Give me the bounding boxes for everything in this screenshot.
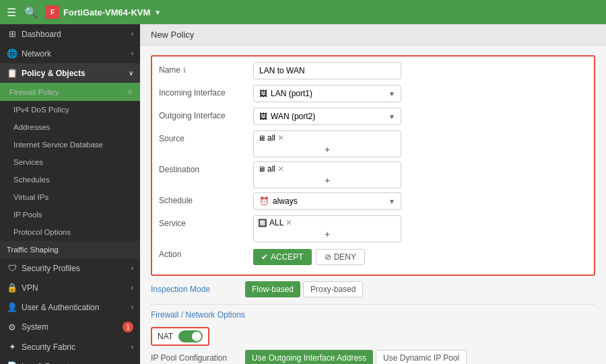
name-label: Name ℹ [159, 62, 253, 75]
sidebar-label-protocol-options: Protocol Options [13, 228, 71, 236]
source-tag: 🖥 all ✕ [258, 133, 284, 143]
sidebar-item-log-report[interactable]: 📄 Log & Report › [0, 357, 140, 364]
outgoing-label: Outgoing Interface [159, 108, 253, 120]
form-row-ip-pool: IP Pool Configuration Use Outgoing Inter… [151, 350, 595, 364]
sidebar-label-ip-pools: IP Pools [13, 211, 42, 219]
star-icon[interactable]: ☆ [127, 87, 133, 96]
sidebar-item-services[interactable]: Services [0, 153, 140, 171]
sidebar-item-protocol-options[interactable]: Protocol Options [0, 223, 140, 241]
deny-button[interactable]: ⊘ DENY [316, 249, 365, 265]
sidebar-label-vpn: VPN [22, 283, 38, 293]
destination-tag: 🖥 all ✕ [258, 164, 284, 174]
use-outgoing-button[interactable]: Use Outgoing Interface Address [245, 350, 373, 364]
brand-dropdown-icon[interactable]: ▼ [154, 9, 161, 16]
destination-remove-icon[interactable]: ✕ [277, 164, 284, 174]
sidebar-item-ipv4-dos[interactable]: IPv4 DoS Policy [0, 101, 140, 118]
sidebar: ⊞ Dashboard › 🌐 Network › 📋 Policy & Obj… [0, 24, 140, 364]
name-input[interactable] [253, 62, 401, 79]
sidebar-item-dashboard[interactable]: ⊞ Dashboard › [0, 24, 140, 44]
destination-add-icon[interactable]: + [258, 175, 397, 186]
action-field: ✔ ACCEPT ⊘ DENY [253, 249, 587, 265]
sidebar-item-firewall-policy[interactable]: Firewall Policy ☆ [0, 83, 140, 101]
form-row-schedule: Schedule ⏰ always ▼ [159, 192, 587, 211]
interface-icon: 🖼 [259, 112, 267, 121]
brand: F FortiGate-VM64-KVM ▼ [46, 5, 599, 19]
sidebar-item-system[interactable]: ⚙ System 1 [0, 317, 140, 337]
destination-value: all [267, 164, 275, 174]
nat-toggle[interactable] [178, 330, 203, 342]
source-remove-icon[interactable]: ✕ [277, 133, 284, 143]
schedule-select[interactable]: ⏰ always ▼ [253, 192, 401, 210]
service-remove-icon[interactable]: ✕ [285, 218, 292, 227]
check-icon: ✔ [261, 252, 268, 262]
dest-tag-icon: 🖥 [258, 165, 265, 173]
sidebar-label-services: Services [13, 158, 43, 166]
form-row-name: Name ℹ [159, 62, 587, 81]
sidebar-label-log-report: Log & Report [22, 362, 69, 365]
arrow-icon: › [131, 50, 133, 57]
action-label: Action [159, 246, 253, 259]
arrow-icon: › [131, 284, 133, 291]
sidebar-item-internet-service-db[interactable]: Internet Service Database [0, 136, 140, 153]
sidebar-item-schedules[interactable]: Schedules [0, 171, 140, 188]
log-icon: 📄 [7, 361, 18, 364]
search-icon[interactable]: 🔍 [24, 6, 38, 19]
ip-pool-label: IP Pool Configuration [151, 350, 245, 363]
ip-pool-buttons: Use Outgoing Interface Address Use Dynam… [245, 350, 595, 364]
destination-tag-field: 🖥 all ✕ + [253, 161, 401, 188]
incoming-value: LAN (port1) [271, 89, 312, 98]
source-value: all [267, 133, 275, 143]
sidebar-item-security-profiles[interactable]: 🛡 Security Profiles › [0, 258, 140, 278]
flow-based-button[interactable]: Flow-based [245, 281, 300, 297]
accept-button[interactable]: ✔ ACCEPT [253, 249, 312, 265]
fortinet-logo: F [46, 5, 59, 19]
sidebar-item-security-fabric[interactable]: ✦ Security Fabric › [0, 337, 140, 357]
section-title-text: Firewall / Network Options [151, 310, 245, 320]
arrow-icon: ∨ [129, 69, 133, 77]
destination-label: Destination [159, 161, 253, 174]
service-tag-field: 🔲 ALL ✕ + [253, 215, 401, 242]
info-icon[interactable]: ℹ [183, 66, 186, 75]
service-value: ALL [269, 218, 283, 227]
sidebar-label-virtual-ips: Virtual IPs [13, 193, 48, 201]
use-dynamic-button[interactable]: Use Dynamic IP Pool [376, 350, 467, 364]
sidebar-item-vpn[interactable]: 🔒 VPN › [0, 278, 140, 297]
source-field: 🖥 all ✕ + [253, 131, 587, 157]
network-options-title: Firewall / Network Options [151, 304, 595, 324]
hamburger-icon[interactable]: ☰ [7, 6, 16, 19]
outgoing-select[interactable]: 🖼 WAN (port2) ▼ [253, 108, 401, 125]
source-tag-field: 🖥 all ✕ + [253, 131, 401, 157]
incoming-select[interactable]: 🖼 LAN (port1) ▼ [253, 85, 401, 102]
form-row-action: Action ✔ ACCEPT ⊘ DENY [159, 246, 587, 265]
service-add-icon[interactable]: + [258, 229, 397, 240]
sidebar-item-addresses[interactable]: Addresses [0, 118, 140, 136]
outgoing-value: WAN (port2) [271, 112, 315, 121]
sidebar-item-policy-objects[interactable]: 📋 Policy & Objects ∨ [0, 63, 140, 83]
sidebar-label-system: System [22, 322, 48, 332]
sidebar-label-internet-service-db: Internet Service Database [13, 141, 103, 149]
main-content: New Policy Name ℹ Incoming In [140, 24, 606, 364]
network-icon: 🌐 [7, 48, 18, 59]
sidebar-item-user-auth[interactable]: 👤 User & Authentication › [0, 297, 140, 317]
sidebar-item-network[interactable]: 🌐 Network › [0, 44, 140, 63]
form-row-service: Service 🔲 ALL ✕ + [159, 215, 587, 242]
form-row-incoming: Incoming Interface 🖼 LAN (port1) ▼ [159, 85, 587, 104]
nat-label-text: NAT [158, 332, 173, 341]
name-field [253, 62, 587, 79]
sidebar-item-ip-pools[interactable]: IP Pools [0, 206, 140, 223]
service-label: Service [159, 215, 253, 228]
fabric-icon: ✦ [7, 342, 18, 352]
incoming-field: 🖼 LAN (port1) ▼ [253, 85, 587, 102]
sidebar-label-policy: Policy & Objects [22, 69, 86, 78]
proxy-based-button[interactable]: Proxy-based [303, 281, 363, 297]
sidebar-item-traffic-shaping[interactable]: Traffic Shaping [0, 241, 140, 258]
outgoing-field: 🖼 WAN (port2) ▼ [253, 108, 587, 125]
inspection-buttons: Flow-based Proxy-based [245, 281, 595, 297]
chevron-down-icon: ▼ [389, 90, 395, 98]
service-tag-icon: 🔲 [258, 219, 267, 227]
brand-name: FortiGate-VM64-KVM [63, 7, 150, 17]
destination-field: 🖥 all ✕ + [253, 161, 587, 188]
security-icon: 🛡 [7, 263, 18, 273]
sidebar-item-virtual-ips[interactable]: Virtual IPs [0, 188, 140, 206]
source-add-icon[interactable]: + [258, 144, 397, 155]
